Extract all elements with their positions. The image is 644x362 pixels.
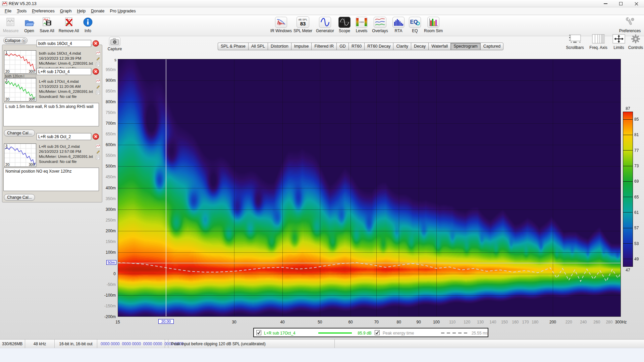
limits-icon	[610, 33, 627, 45]
tab-rt60-decay[interactable]: RT60 Decay	[364, 43, 393, 50]
y-tick--200: -200m	[96, 314, 116, 319]
measurement-1-delete-button[interactable]	[93, 40, 99, 47]
y-tick-700: 700m	[96, 121, 116, 126]
rta-button[interactable]: RTA	[390, 16, 407, 33]
cbar-label-85: 85	[634, 117, 639, 122]
series-1-checkbox[interactable]	[256, 330, 261, 335]
cbar-label-65: 65	[634, 195, 639, 199]
cbar-tick-61	[623, 212, 633, 213]
spl-meter-button[interactable]: dB SPL 83 SPL Meter	[292, 16, 313, 33]
tab-all-spl[interactable]: All SPL	[248, 43, 268, 50]
menu-preferences[interactable]: Preferences	[29, 8, 57, 14]
series-1-value: 85.9 dB	[355, 331, 375, 336]
y-tick-550: 550m	[96, 153, 116, 158]
measurement-3-notes[interactable]: Nominal position NO eq Xover 120hz	[3, 168, 99, 191]
capture-button[interactable]: Capture	[107, 37, 123, 51]
change-cal-button-1[interactable]: Change Cal...	[4, 130, 35, 136]
hidden-measurement-tab[interactable]: both 120cm l	[4, 74, 36, 78]
tab-spectrogram[interactable]: Spectrogram	[450, 43, 480, 50]
menu-donate[interactable]: Donate	[88, 8, 107, 14]
tab-decay[interactable]: Decay	[411, 43, 428, 50]
overlays-button[interactable]: Overlays	[370, 16, 390, 33]
scope-button[interactable]: Scope	[336, 16, 353, 33]
y-tick-100: 100m	[96, 250, 116, 255]
close-button[interactable]	[629, 0, 644, 7]
menu-help[interactable]: Help	[74, 8, 89, 14]
tab-captured[interactable]: Captured	[480, 43, 503, 50]
collapse-sidebar-button[interactable]: Collapse «	[3, 37, 28, 44]
main-toolbar: Measure Open Save All Remove All Info	[0, 15, 644, 36]
tab-filtered-ir[interactable]: Filtered IR	[311, 43, 336, 50]
measurement-1-index: 1	[5, 51, 7, 55]
info-button[interactable]: Info	[81, 16, 95, 33]
measurement-1-mic: Mic/Meter: Umm-6_2280391.txt	[39, 61, 93, 65]
edit-icon[interactable]	[96, 85, 100, 89]
graph-tab-bar: SPL & PhaseAll SPLDistortionImpulseFilte…	[218, 43, 503, 50]
menu-graph[interactable]: Graph	[57, 8, 74, 14]
x-tick-80: 80	[388, 320, 410, 324]
save-all-button[interactable]: Save All	[38, 16, 56, 33]
menu-pro-upgrades[interactable]: Pro Upgrades	[107, 8, 139, 14]
freq-axis-button[interactable]: Freq. Axis	[588, 33, 609, 50]
measurement-1-name-input[interactable]	[37, 40, 91, 47]
ir-windows-button[interactable]: IR Windows	[270, 16, 292, 33]
cbar-label-77: 77	[634, 148, 639, 153]
tab-gd[interactable]: GD	[336, 43, 348, 50]
rew-application-window: REW V5.20.13 FileToolsPreferencesGraphHe…	[0, 0, 644, 362]
change-cal-button-2[interactable]: Change Cal...	[4, 194, 35, 201]
preferences-button[interactable]: Preferences	[617, 16, 643, 33]
series-2-checkbox[interactable]	[375, 330, 380, 335]
tab-clarity[interactable]: Clarity	[393, 43, 411, 50]
info-icon	[81, 16, 95, 28]
measurement-1-thumbnail[interactable]: 1 20 300	[4, 50, 36, 74]
trace-settings-icon[interactable]	[96, 51, 100, 55]
cbar-tick-53	[623, 243, 633, 244]
tab-rt60[interactable]: RT60	[348, 43, 364, 50]
cbar-tick-73	[623, 166, 633, 166]
app-logo-icon	[2, 1, 7, 7]
controls-button[interactable]: Controls	[627, 33, 644, 50]
minimize-button[interactable]	[598, 0, 613, 7]
eq-button[interactable]: EQ EQ	[407, 16, 423, 33]
y-tick-200: 200m	[96, 229, 116, 233]
measurement-3-name-input[interactable]	[37, 133, 91, 140]
measurement-3-index: 3	[5, 144, 7, 148]
status-bit-depth: 16-bit in, 16-bit out	[55, 340, 97, 348]
measurement-2-thumbnail[interactable]: 2 20 300	[4, 78, 36, 102]
x-tick-70: 70	[366, 320, 387, 324]
cbar-tick-77	[623, 150, 633, 150]
tab-waterfall[interactable]: Waterfall	[428, 43, 450, 50]
measurement-3-thumbnail[interactable]: 3 20 300	[4, 143, 36, 167]
spectrogram-canvas[interactable]	[118, 59, 621, 317]
notes-icon[interactable]	[96, 62, 100, 66]
open-button[interactable]: Open	[21, 16, 37, 33]
x-tick-20: 20.00	[158, 319, 174, 324]
y-tick-600: 600m	[96, 142, 116, 147]
cbar-label-69: 69	[634, 179, 639, 184]
measurement-2-notes[interactable]: L sub 1.5m face wall, R sub 5.3m along R…	[3, 103, 99, 126]
remove-all-button[interactable]: Remove All	[58, 16, 80, 33]
maximize-button[interactable]	[613, 0, 629, 7]
y-tick-50: 50m	[106, 260, 116, 265]
scrollbars-button[interactable]: Scrollbars	[564, 33, 586, 50]
save-all-icon	[38, 16, 56, 28]
tab-spl-phase[interactable]: SPL & Phase	[218, 43, 248, 50]
edit-icon[interactable]	[96, 57, 100, 61]
measurement-2-name-input[interactable]	[37, 68, 91, 75]
series-2-value: 25.55 ms	[471, 331, 488, 336]
limits-button[interactable]: Limits	[610, 33, 627, 50]
tab-impulse[interactable]: Impulse	[291, 43, 312, 50]
generator-button[interactable]: Generator	[315, 16, 335, 33]
cbar-label-49: 49	[634, 257, 639, 261]
measure-button: Measure	[1, 16, 20, 33]
menu-tools[interactable]: Tools	[14, 8, 29, 14]
room-sim-button[interactable]: Room Sim	[423, 16, 443, 33]
y-tick-250: 250m	[96, 218, 116, 223]
tab-distortion[interactable]: Distortion	[268, 43, 291, 50]
room-sim-icon	[427, 17, 439, 28]
y-tick-900: 900m	[96, 78, 116, 83]
y-tick-950: 950m	[96, 67, 116, 72]
levels-button[interactable]: 0369 Levels	[354, 16, 370, 33]
menu-file[interactable]: File	[2, 8, 14, 14]
x-tick-30: 30	[223, 320, 245, 324]
